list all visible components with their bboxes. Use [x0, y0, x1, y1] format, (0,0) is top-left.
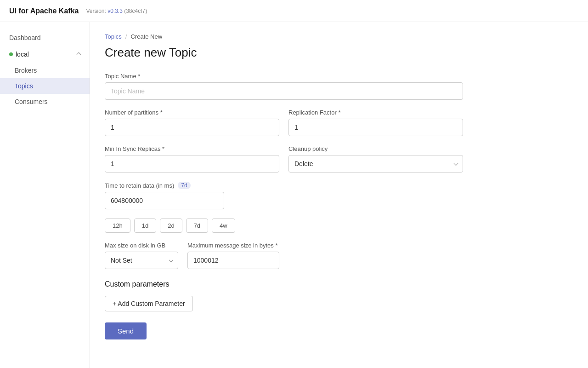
min-sync-label: Min In Sync Replicas *	[105, 145, 279, 152]
time-buttons-group: 12h 1d 2d 7d 4w	[105, 218, 463, 233]
replication-group: Replication Factor * 1	[288, 109, 463, 136]
sidebar-cluster[interactable]: local	[0, 46, 90, 63]
replication-label: Replication Factor *	[288, 109, 463, 116]
sidebar-item-dashboard[interactable]: Dashboard	[0, 29, 90, 46]
cluster-status-dot	[9, 52, 13, 56]
partitions-group: Number of partitions * 1	[105, 109, 279, 136]
sidebar-item-topics[interactable]: Topics	[0, 78, 90, 94]
retain-header: Time to retain data (in ms) 7d	[105, 182, 463, 189]
main-content: Topics / Create New Create new Topic Top…	[90, 22, 588, 368]
breadcrumb-separator: /	[125, 33, 127, 40]
cluster-name: local	[9, 51, 29, 58]
retain-input[interactable]: 604800000	[105, 192, 224, 209]
topic-name-label: Topic Name *	[105, 73, 463, 80]
minsync-cleanup-row: Min In Sync Replicas * 1 Cleanup policy …	[105, 145, 463, 172]
version-hash: (38c4cf7)	[124, 8, 147, 14]
retain-label: Time to retain data (in ms)	[105, 182, 174, 189]
retain-group: Time to retain data (in ms) 7d 604800000	[105, 182, 463, 209]
max-size-row: Max size on disk in GB Not Set 1 5 10 20…	[105, 242, 463, 269]
max-disk-select[interactable]: Not Set 1 5 10 20 50 100	[105, 252, 178, 269]
breadcrumb-topics-link[interactable]: Topics	[105, 33, 122, 40]
topic-name-group: Topic Name *	[105, 73, 463, 100]
page-title: Create new Topic	[105, 46, 573, 60]
max-msg-group: Maximum message size in bytes * 1000012	[187, 242, 279, 269]
add-custom-param-button[interactable]: + Add Custom Parameter	[105, 296, 193, 311]
max-disk-group: Max size on disk in GB Not Set 1 5 10 20…	[105, 242, 178, 269]
max-msg-label: Maximum message size in bytes *	[187, 242, 279, 249]
version-text: Version: v0.3.3 (38c4cf7)	[86, 8, 147, 14]
time-btn-1d[interactable]: 1d	[134, 218, 156, 233]
time-btn-12h[interactable]: 12h	[105, 218, 130, 233]
partitions-replication-row: Number of partitions * 1 Replication Fac…	[105, 109, 463, 136]
cleanup-select-wrapper: Delete Compact Compact,Delete	[288, 155, 463, 172]
cleanup-select[interactable]: Delete Compact Compact,Delete	[288, 155, 463, 172]
breadcrumb: Topics / Create New	[105, 33, 573, 40]
sidebar: Dashboard local Brokers Topics Consumers	[0, 22, 90, 368]
version-label: Version:	[86, 8, 106, 14]
top-header: UI for Apache Kafka Version: v0.3.3 (38c…	[0, 0, 588, 22]
time-btn-4w[interactable]: 4w	[212, 218, 235, 233]
max-msg-input[interactable]: 1000012	[187, 252, 279, 269]
min-sync-group: Min In Sync Replicas * 1	[105, 145, 279, 172]
version-link[interactable]: v0.3.3	[107, 8, 123, 14]
chevron-up-icon	[77, 52, 81, 57]
partitions-input[interactable]: 1	[105, 119, 279, 136]
cluster-label: local	[16, 51, 29, 58]
sidebar-item-brokers[interactable]: Brokers	[0, 63, 90, 78]
sidebar-item-consumers[interactable]: Consumers	[0, 94, 90, 109]
replication-input[interactable]: 1	[288, 119, 463, 136]
cleanup-label: Cleanup policy	[288, 145, 463, 152]
partitions-label: Number of partitions *	[105, 109, 279, 116]
layout: Dashboard local Brokers Topics Consumers…	[0, 22, 588, 368]
custom-params-title: Custom parameters	[105, 280, 463, 288]
time-btn-7d[interactable]: 7d	[186, 218, 208, 233]
send-button[interactable]: Send	[105, 322, 147, 339]
breadcrumb-current: Create New	[130, 33, 162, 40]
topic-name-input[interactable]	[105, 82, 463, 100]
max-disk-select-wrapper: Not Set 1 5 10 20 50 100	[105, 252, 178, 269]
retain-badge: 7d	[178, 182, 190, 189]
cleanup-group: Cleanup policy Delete Compact Compact,De…	[288, 145, 463, 172]
create-topic-form: Topic Name * Number of partitions * 1 Re…	[105, 73, 463, 339]
app-title: UI for Apache Kafka	[9, 7, 79, 15]
max-disk-label: Max size on disk in GB	[105, 242, 178, 249]
min-sync-input[interactable]: 1	[105, 155, 279, 172]
time-btn-2d[interactable]: 2d	[160, 218, 182, 233]
